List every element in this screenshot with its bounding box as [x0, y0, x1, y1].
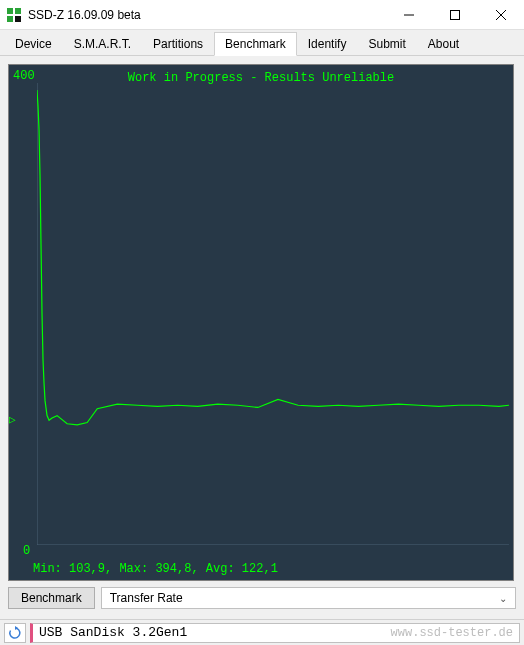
benchmark-mode-value: Transfer Rate — [110, 591, 183, 605]
chart-stats: Min: 103,9, Max: 394,8, Avg: 122,1 — [33, 562, 278, 576]
tab-about[interactable]: About — [417, 32, 470, 55]
app-icon — [6, 7, 22, 23]
minimize-button[interactable] — [386, 0, 432, 30]
device-name: USB SanDisk 3.2Gen1 — [39, 625, 187, 640]
benchmark-button[interactable]: Benchmark — [8, 587, 95, 609]
titlebar: SSD-Z 16.09.09 beta — [0, 0, 524, 30]
chart-y-max: 400 — [13, 69, 35, 83]
chevron-down-icon: ⌄ — [499, 593, 507, 604]
statusbar: USB SanDisk 3.2Gen1 www.ssd-tester.de — [0, 619, 524, 645]
svg-rect-3 — [15, 16, 21, 22]
svg-rect-2 — [7, 16, 13, 22]
refresh-button[interactable] — [4, 623, 26, 643]
chart-plot — [37, 83, 509, 545]
chart-y-min: 0 — [23, 544, 30, 558]
tab-smart[interactable]: S.M.A.R.T. — [63, 32, 142, 55]
close-button[interactable] — [478, 0, 524, 30]
tabbar: Device S.M.A.R.T. Partitions Benchmark I… — [0, 30, 524, 56]
chart-marker-icon: ▷ — [9, 413, 16, 426]
tab-device[interactable]: Device — [4, 32, 63, 55]
tab-partitions[interactable]: Partitions — [142, 32, 214, 55]
window-controls — [386, 0, 524, 29]
tab-benchmark[interactable]: Benchmark — [214, 32, 297, 56]
maximize-button[interactable] — [432, 0, 478, 30]
benchmark-chart: Work in Progress - Results Unreliable 40… — [8, 64, 514, 581]
svg-rect-1 — [15, 8, 21, 14]
content-area: Work in Progress - Results Unreliable 40… — [0, 56, 524, 617]
svg-rect-0 — [7, 8, 13, 14]
benchmark-controls: Benchmark Transfer Rate ⌄ — [8, 587, 516, 609]
benchmark-mode-combo[interactable]: Transfer Rate ⌄ — [101, 587, 516, 609]
tab-identify[interactable]: Identify — [297, 32, 358, 55]
device-field[interactable]: USB SanDisk 3.2Gen1 www.ssd-tester.de — [30, 623, 520, 643]
window-title: SSD-Z 16.09.09 beta — [28, 8, 386, 22]
svg-rect-5 — [451, 11, 460, 20]
watermark-text: www.ssd-tester.de — [391, 626, 513, 640]
tab-submit[interactable]: Submit — [357, 32, 416, 55]
